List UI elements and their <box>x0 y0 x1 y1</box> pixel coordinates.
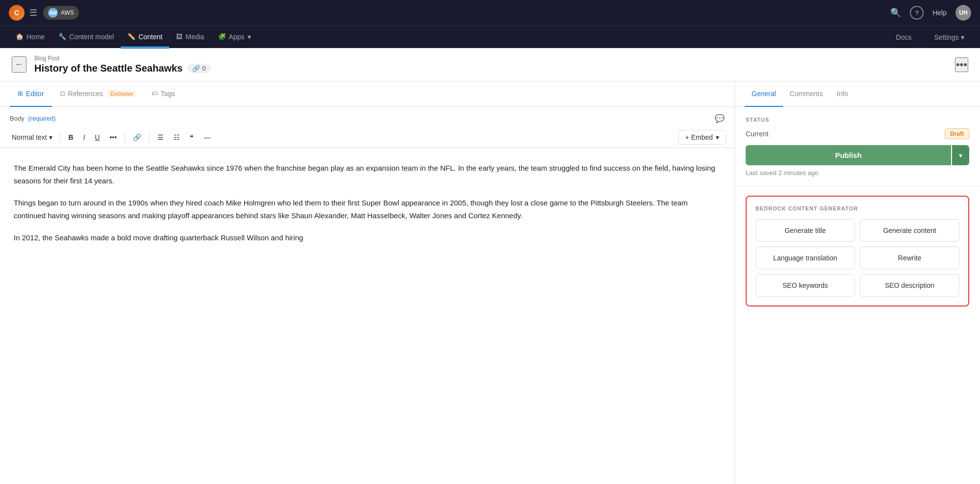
publish-button[interactable]: Publish <box>746 145 951 165</box>
top-nav-right: 🔍 ? Help UH <box>890 5 971 21</box>
toolbar-separator-3 <box>149 132 150 142</box>
embed-button[interactable]: + Embed ▾ <box>678 130 727 145</box>
text-style-dropdown[interactable]: Normal text ▾ <box>8 131 56 144</box>
app-logo: C <box>9 5 25 21</box>
nav-apps-label: Apps <box>229 33 245 41</box>
tab-references-label: References <box>68 90 103 98</box>
link-count: 0 <box>202 65 205 72</box>
nav-home[interactable]: 🏠 Home <box>9 26 51 49</box>
nav-content-label: Content <box>138 33 162 41</box>
nav-settings[interactable]: Settings ▾ <box>928 26 971 49</box>
tab-references[interactable]: ⊡ References Exclusive <box>52 81 144 107</box>
apps-icon: 🧩 <box>218 33 226 40</box>
help-button[interactable]: ? <box>910 6 924 20</box>
apps-chevron: ▾ <box>248 33 251 41</box>
content-model-icon: 🔧 <box>58 33 66 40</box>
nav-media-label: Media <box>185 33 204 41</box>
search-icon[interactable]: 🔍 <box>890 7 901 18</box>
nav-apps[interactable]: 🧩 Apps ▾ <box>211 26 258 49</box>
nav-media[interactable]: 🖼 Media <box>169 26 211 49</box>
hamburger-icon[interactable]: ☰ <box>29 7 37 18</box>
rewrite-button[interactable]: Rewrite <box>860 247 959 269</box>
editor-tab-icon: ⊞ <box>18 90 23 97</box>
nav-content-model[interactable]: 🔧 Content model <box>51 26 121 49</box>
seo-keywords-button[interactable]: SEO keywords <box>755 274 855 297</box>
divider-button[interactable]: — <box>200 131 214 144</box>
italic-button[interactable]: I <box>79 131 89 144</box>
workspace-badge[interactable]: AW AWS <box>43 6 79 20</box>
status-current-label: Current <box>746 130 769 138</box>
main-layout: ⊞ Editor ⊡ References Exclusive 🏷 Tags B… <box>0 81 980 484</box>
last-saved-label: Last saved 2 minutes ago <box>746 169 969 177</box>
embed-label: + Embed <box>685 133 713 141</box>
required-label: (required) <box>28 115 55 122</box>
status-section-label: STATUS <box>746 117 969 123</box>
status-section: STATUS Current Draft Publish ▾ Last save… <box>735 107 980 187</box>
nav-content[interactable]: ✏️ Content <box>121 26 169 49</box>
comment-icon[interactable]: 💬 <box>715 114 725 123</box>
text-style-label: Normal text <box>12 133 47 141</box>
tab-tags-label: Tags <box>161 90 176 98</box>
nav-docs[interactable]: Docs <box>889 26 919 49</box>
seo-description-button[interactable]: SEO description <box>860 274 959 297</box>
top-nav: C ☰ AW AWS 🔍 ? Help UH <box>0 0 980 25</box>
media-icon: 🖼 <box>176 33 182 40</box>
help-label: Help <box>932 9 947 17</box>
help-icon: ? <box>915 9 919 17</box>
workspace-name: AWS <box>61 9 74 16</box>
more-options-button[interactable]: ••• <box>955 57 968 72</box>
status-draft-badge: Draft <box>945 128 969 139</box>
editor-toolbar: Normal text ▾ B I U ••• 🔗 ☰ ☷ ❝ — + Embe… <box>0 127 734 148</box>
right-panel: General Comments Info STATUS Current Dra… <box>735 81 980 484</box>
title-bar-content: Blog Post History of the Seattle Seahawk… <box>34 55 947 74</box>
page-title: History of the Seattle Seahawks 🔗 0 <box>34 63 947 74</box>
references-tab-icon: ⊡ <box>60 90 65 97</box>
link-icon: 🔗 <box>192 65 200 72</box>
more-formatting-button[interactable]: ••• <box>106 131 121 144</box>
text-style-chevron: ▾ <box>49 133 52 141</box>
toolbar-separator-2 <box>125 132 125 142</box>
back-button[interactable]: ← <box>12 56 26 73</box>
link-badge[interactable]: 🔗 0 <box>187 64 210 73</box>
numbered-list-button[interactable]: ☷ <box>170 131 184 144</box>
right-panel-tabs: General Comments Info <box>735 81 980 107</box>
content-paragraph-1: The Emerald City has been home to the Se… <box>14 162 721 187</box>
generate-title-button[interactable]: Generate title <box>755 219 855 242</box>
right-tab-comments[interactable]: Comments <box>783 81 830 107</box>
exclusive-badge: Exclusive <box>108 90 135 97</box>
tags-tab-icon: 🏷 <box>151 90 158 97</box>
toolbar-separator-1 <box>60 132 61 142</box>
publish-dropdown-button[interactable]: ▾ <box>952 145 969 165</box>
bedrock-section-title: BEDROCK CONTENT GENERATOR <box>755 205 959 211</box>
bedrock-section: BEDROCK CONTENT GENERATOR Generate title… <box>746 196 969 306</box>
title-bar: ← Blog Post History of the Seattle Seaha… <box>0 48 980 81</box>
quote-button[interactable]: ❝ <box>186 131 198 144</box>
content-text: The Emerald City has been home to the Se… <box>0 148 734 484</box>
tab-tags[interactable]: 🏷 Tags <box>144 81 183 107</box>
content-icon: ✏️ <box>127 33 135 40</box>
tab-editor-label: Editor <box>26 90 44 98</box>
workspace-initials: AW <box>48 8 58 18</box>
embed-chevron: ▾ <box>716 133 719 141</box>
nav-home-label: Home <box>26 33 45 41</box>
generate-content-button[interactable]: Generate content <box>860 219 959 242</box>
bullet-list-button[interactable]: ☰ <box>153 131 168 144</box>
link-button[interactable]: 🔗 <box>129 131 145 144</box>
body-label-row: Body (required) 💬 <box>0 107 734 127</box>
editor-area: ⊞ Editor ⊡ References Exclusive 🏷 Tags B… <box>0 81 735 484</box>
second-nav-right: Docs Settings ▾ <box>889 26 971 49</box>
content-paragraph-3: In 2012, the Seahawks made a bold move d… <box>14 231 721 244</box>
home-icon: 🏠 <box>16 33 24 40</box>
editor-tabs: ⊞ Editor ⊡ References Exclusive 🏷 Tags <box>0 81 734 107</box>
tab-editor[interactable]: ⊞ Editor <box>10 81 52 107</box>
bold-button[interactable]: B <box>65 131 77 144</box>
breadcrumb: Blog Post <box>34 55 947 62</box>
nav-content-model-label: Content model <box>69 33 114 41</box>
publish-row: Publish ▾ <box>746 145 969 165</box>
right-tab-info[interactable]: Info <box>830 81 855 107</box>
underline-button[interactable]: U <box>91 131 104 144</box>
language-translation-button[interactable]: Language translation <box>755 247 855 269</box>
second-nav: 🏠 Home 🔧 Content model ✏️ Content 🖼 Medi… <box>0 25 980 48</box>
user-avatar[interactable]: UH <box>955 5 971 21</box>
right-tab-general[interactable]: General <box>745 81 783 107</box>
